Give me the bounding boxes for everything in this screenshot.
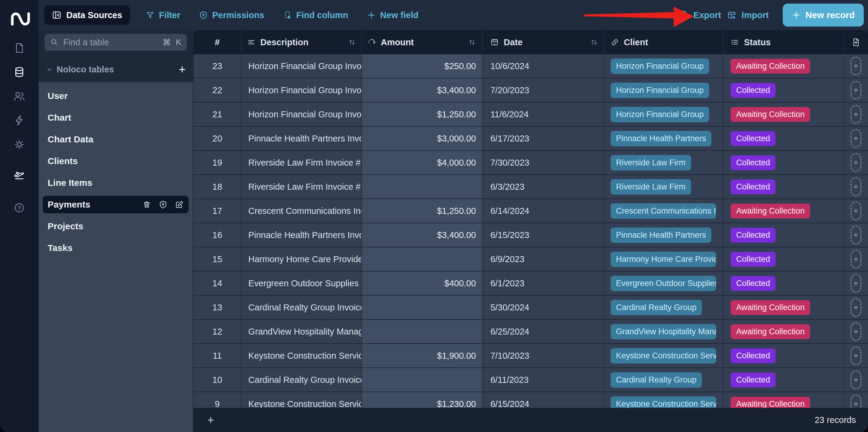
table-row[interactable]: 11 Keystone Construction Services $1,900… (193, 344, 868, 368)
cell-amount[interactable]: $3,400.00 (362, 79, 483, 102)
find-column-button[interactable]: Find column (283, 10, 348, 20)
cell-id[interactable]: 19 (193, 151, 242, 174)
publish-plane-icon[interactable] (13, 168, 26, 181)
cell-description[interactable]: Horizon Financial Group Invoice (242, 79, 362, 102)
add-attachment-placeholder[interactable]: + (850, 346, 861, 365)
cell-amount[interactable] (362, 296, 483, 319)
cell-status[interactable]: Awaiting Collection (723, 103, 844, 126)
cell-client[interactable]: Riverside Law Firm (604, 151, 724, 174)
cell-date[interactable]: 6/11/2023 (483, 368, 604, 392)
add-attachment-placeholder[interactable]: + (850, 298, 861, 317)
cell-date[interactable]: 7/20/2023 (483, 79, 604, 102)
cell-client[interactable]: Cardinal Realty Group (604, 368, 724, 392)
cell-files[interactable]: + (844, 392, 868, 408)
sidebar-item-projects[interactable]: Projects (43, 215, 189, 237)
cell-id[interactable]: 22 (193, 79, 242, 102)
table-permissions-icon[interactable] (158, 200, 167, 209)
table-row[interactable]: 23 Horizon Financial Group Invoice $250.… (193, 54, 868, 79)
cell-client[interactable]: Keystone Construction Services (604, 344, 724, 368)
table-row[interactable]: 16 Pinnacle Health Partners Invoice $3,4… (193, 223, 868, 248)
sidebar-item-tasks[interactable]: Tasks (43, 237, 189, 259)
cell-amount[interactable] (362, 175, 483, 199)
cell-id[interactable]: 17 (193, 199, 242, 223)
cell-client[interactable]: Evergreen Outdoor Supplies (604, 271, 724, 295)
workflows-icon[interactable] (13, 114, 26, 127)
cell-amount[interactable]: $1,250.00 (362, 103, 483, 126)
permissions-button[interactable]: Permissions (199, 10, 264, 20)
table-row[interactable]: 22 Horizon Financial Group Invoice $3,40… (193, 79, 868, 103)
filter-button[interactable]: Filter (146, 10, 180, 20)
users-icon[interactable] (13, 90, 26, 103)
cell-status[interactable]: Awaiting Collection (723, 54, 844, 78)
cell-amount[interactable]: $1,900.00 (362, 344, 483, 368)
add-attachment-placeholder[interactable]: + (850, 153, 861, 172)
cell-amount[interactable] (362, 368, 483, 392)
export-button[interactable]: Export (679, 10, 721, 20)
cell-id[interactable]: 21 (193, 103, 242, 126)
cell-status[interactable]: Collected (723, 271, 844, 295)
cell-files[interactable]: + (844, 368, 868, 392)
table-row[interactable]: 15 Harmony Home Care Providers 6/9/2023 … (193, 248, 868, 271)
cell-date[interactable]: 6/9/2023 (483, 248, 604, 271)
cell-client[interactable]: Pinnacle Health Partners (604, 127, 724, 150)
add-attachment-placeholder[interactable]: + (850, 395, 861, 408)
add-attachment-placeholder[interactable]: + (850, 322, 861, 341)
column-header-amount[interactable]: Amount (362, 30, 483, 54)
cell-id[interactable]: 14 (193, 271, 242, 295)
delete-table-icon[interactable] (142, 200, 151, 209)
cell-date[interactable]: 7/10/2023 (483, 344, 604, 368)
cell-client[interactable]: Riverside Law Firm (604, 175, 724, 199)
cell-id[interactable]: 9 (193, 392, 242, 408)
sidebar-item-user[interactable]: User (43, 85, 189, 107)
cell-client[interactable]: Horizon Financial Group (604, 79, 724, 102)
table-row[interactable]: 10 Cardinal Realty Group Invoice # 6/11/… (193, 368, 868, 392)
table-row[interactable]: 20 Pinnacle Health Partners Invoice $3,0… (193, 127, 868, 151)
cell-status[interactable]: Awaiting Collection (723, 296, 844, 319)
cell-date[interactable]: 6/25/2024 (483, 320, 604, 343)
cell-description[interactable]: Pinnacle Health Partners Invoice (242, 127, 362, 150)
cell-status[interactable]: Awaiting Collection (723, 392, 844, 408)
cell-id[interactable]: 18 (193, 175, 242, 199)
add-record-button[interactable]: + (207, 414, 214, 426)
cell-status[interactable]: Collected (723, 151, 844, 174)
add-attachment-placeholder[interactable]: + (850, 250, 861, 268)
cell-status[interactable]: Collected (723, 175, 844, 199)
cell-description[interactable]: Crescent Communications Inc. Invoice (242, 199, 362, 223)
cell-description[interactable]: Riverside Law Firm Invoice #16 (242, 175, 362, 199)
cell-date[interactable]: 6/14/2024 (483, 199, 604, 223)
cell-description[interactable]: Pinnacle Health Partners Invoice (242, 223, 362, 247)
sort-icon[interactable] (468, 38, 476, 46)
column-header-description[interactable]: Description (242, 30, 362, 54)
noloco-logo-icon[interactable] (8, 8, 30, 27)
sort-icon[interactable] (348, 38, 356, 46)
cell-id[interactable]: 15 (193, 248, 242, 271)
cell-date[interactable]: 6/3/2023 (483, 175, 604, 199)
cell-files[interactable]: + (844, 223, 868, 247)
column-header-id[interactable]: # (193, 30, 242, 54)
cell-id[interactable]: 11 (193, 344, 242, 368)
cell-description[interactable]: Cardinal Realty Group Invoice # (242, 368, 362, 392)
column-header-date[interactable]: 1 Date (483, 30, 604, 54)
cell-client[interactable]: Keystone Construction Services (604, 392, 724, 408)
cell-description[interactable]: Keystone Construction Services (242, 344, 362, 368)
cell-status[interactable]: Awaiting Collection (723, 199, 844, 223)
cell-amount[interactable] (362, 320, 483, 343)
cell-amount[interactable]: $250.00 (362, 54, 483, 78)
sidebar-item-chart[interactable]: Chart (43, 107, 189, 128)
cell-amount[interactable]: $3,400.00 (362, 223, 483, 247)
data-sources-icon[interactable] (13, 66, 26, 79)
table-row[interactable]: 18 Riverside Law Firm Invoice #16 6/3/20… (193, 175, 868, 199)
cell-files[interactable]: + (844, 127, 868, 150)
pages-icon[interactable] (13, 41, 26, 54)
cell-amount[interactable] (362, 248, 483, 271)
cell-amount[interactable]: $3,000.00 (362, 127, 483, 150)
cell-id[interactable]: 16 (193, 223, 242, 247)
cell-client[interactable]: Horizon Financial Group (604, 54, 724, 78)
add-attachment-placeholder[interactable]: + (850, 177, 861, 196)
cell-description[interactable]: Keystone Construction Services (242, 392, 362, 408)
cell-files[interactable]: + (844, 54, 868, 78)
table-row[interactable]: 19 Riverside Law Firm Invoice #13 $4,000… (193, 151, 868, 175)
table-row[interactable]: 13 Cardinal Realty Group Invoice # 5/30/… (193, 296, 868, 320)
add-attachment-placeholder[interactable]: + (850, 202, 861, 220)
sidebar-item-payments[interactable]: Payments (43, 196, 189, 213)
